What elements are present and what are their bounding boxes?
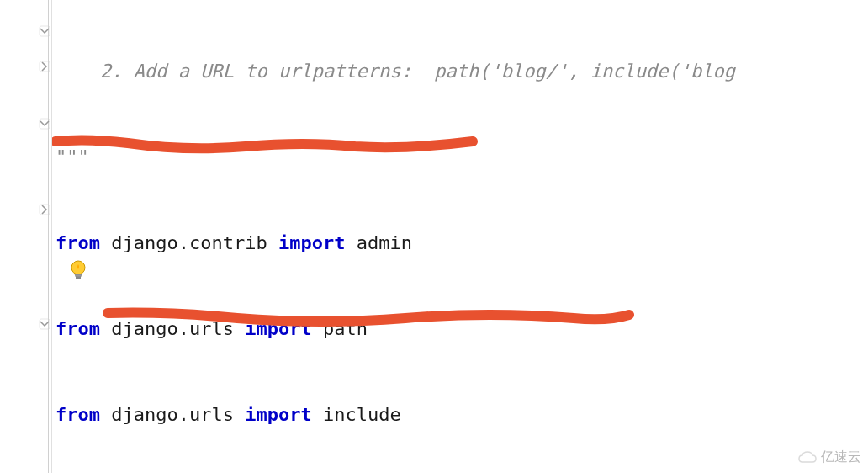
editor-gutter (0, 0, 52, 473)
code-line: from django.contrib import admin (56, 229, 868, 258)
svg-rect-2 (40, 119, 50, 129)
code-line: from django.urls import include (56, 401, 868, 429)
fold-icon-collapse[interactable] (39, 25, 50, 37)
code-line: """ (56, 143, 868, 172)
svg-rect-3 (40, 205, 50, 215)
docstring-end: """ (56, 146, 89, 167)
code-editor[interactable]: 2. Add a URL to urlpatterns: path('blog/… (56, 0, 868, 473)
fold-icon-collapse[interactable] (39, 318, 50, 330)
fold-icon-expand[interactable] (39, 204, 50, 215)
code-line: from django.urls import path (56, 315, 868, 343)
watermark: 亿速云 (797, 449, 861, 466)
svg-rect-0 (40, 26, 50, 36)
cloud-icon (797, 450, 818, 465)
comment-text: 2. Add a URL to urlpatterns: path('blog/… (56, 61, 735, 82)
fold-icon-collapse[interactable] (39, 118, 50, 130)
svg-rect-4 (40, 319, 50, 329)
code-line: 2. Add a URL to urlpatterns: path('blog/… (56, 57, 868, 86)
fold-icon-expand[interactable] (39, 61, 50, 72)
svg-rect-1 (40, 61, 50, 72)
watermark-text: 亿速云 (821, 449, 861, 466)
